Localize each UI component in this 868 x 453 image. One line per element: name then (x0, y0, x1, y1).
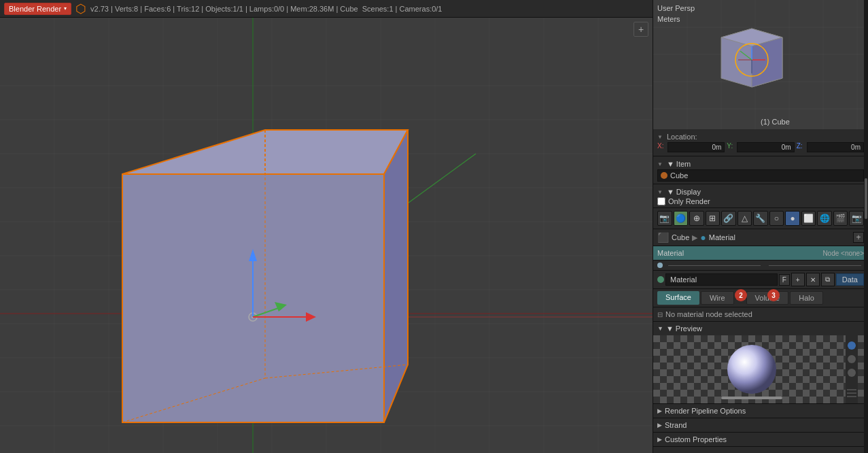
surface-tabs: Surface Wire 2 Volume 3 Halo (653, 289, 868, 307)
right-panel: (1) Cube User Persp Meters ▼ Location: X… (653, 0, 868, 453)
y-coord-value[interactable]: 0m (737, 142, 794, 152)
mini-viewport: (1) Cube User Persp Meters (653, 0, 868, 129)
only-render-checkbox[interactable] (657, 197, 665, 205)
svg-marker-55 (752, 37, 782, 87)
item-name-box[interactable]: Cube (657, 169, 864, 182)
right-scrollbar[interactable] (864, 0, 868, 453)
item-label: ▼ Item (667, 160, 691, 168)
surface-tab[interactable]: Surface (657, 291, 699, 305)
svg-rect-74 (653, 335, 659, 341)
data-icon-btn[interactable]: △ (737, 211, 752, 226)
svg-point-72 (848, 355, 856, 363)
physics-icon-btn[interactable]: ⊞ (706, 211, 721, 226)
material-sphere-btn[interactable]: ● (785, 211, 800, 226)
svg-point-73 (848, 369, 856, 377)
render-pipeline-arrow: ▶ (657, 407, 662, 414)
display-header-row: ▼ ▼ Display (657, 188, 864, 196)
item-name: Cube (670, 171, 688, 180)
material-icon-btn[interactable]: 🔵 (674, 211, 689, 226)
location-inputs: X: 0m Y: 0m Z: 0m (657, 142, 864, 152)
mini-viewport-units-label: Meters (657, 15, 680, 23)
only-render-label: Only Render (668, 197, 710, 205)
badge-3: 3 (767, 289, 780, 301)
topbar-stats: v2.73 | Verts:8 | Faces:6 | Tris:12 | Ob… (90, 5, 358, 13)
location-label-row: ▼ Location: (657, 133, 864, 141)
constraints-icon-btn[interactable]: 🔗 (721, 211, 736, 226)
svg-rect-69 (721, 397, 782, 399)
strand-section[interactable]: ▶ Strand (653, 418, 868, 433)
breadcrumb-material: Material (709, 233, 735, 241)
display-label: ▼ Display (667, 188, 701, 196)
wire-tab[interactable]: Wire (701, 291, 734, 305)
material-panel: Material Node <none> Material F + ✕ ⧉ Da… (653, 246, 868, 453)
item-color-dot (661, 172, 667, 179)
x-coord-value[interactable]: 0m (667, 142, 725, 152)
z-coord-label: Z: (797, 142, 805, 152)
cube-icon: ⬛ (657, 232, 669, 243)
texture-icon-btn[interactable]: ⬜ (801, 211, 816, 226)
strand-label: Strand (665, 421, 687, 429)
material-icon: ● (700, 232, 706, 243)
no-node-text: No material node selected (665, 310, 752, 318)
render-engine-arrow: ▾ (64, 5, 67, 12)
x-coord-label: X: (657, 142, 665, 152)
svg-text:(1) Cube: (1) Cube (761, 118, 790, 126)
material-dot (657, 263, 663, 268)
viewport-expand-btn[interactable]: + (633, 22, 648, 37)
render-pipeline-section[interactable]: ▶ Render Pipeline Options (653, 404, 868, 418)
render-icon-btn[interactable]: 📷 (849, 211, 864, 226)
preview-checkerboard (653, 335, 868, 403)
preview-area (653, 335, 868, 403)
material-sep-line-2 (769, 265, 861, 266)
custom-properties-label: Custom Properties (665, 435, 727, 443)
custom-properties-section[interactable]: ▶ Custom Properties (653, 433, 868, 447)
material-sep-line (668, 265, 761, 266)
object-icon-btn[interactable]: ○ (769, 211, 784, 226)
render-engine-select[interactable]: Blender Render ▾ (4, 3, 71, 15)
preview-header[interactable]: ▼ ▼ Preview (653, 322, 868, 335)
item-expand-arrow: ▼ (657, 161, 663, 167)
material-name-input[interactable]: Material (665, 273, 778, 286)
camera-icon-btn[interactable]: 📷 (657, 211, 672, 226)
preview-label: ▼ Preview (666, 324, 702, 333)
material-x-btn[interactable]: ✕ (806, 273, 820, 286)
item-section: ▼ ▼ Item Cube (653, 156, 868, 184)
material-color-dot (657, 276, 664, 283)
material-plus-btn[interactable]: + (791, 273, 805, 286)
scrollbar-thumb (865, 178, 867, 219)
material-separator-row (653, 261, 868, 271)
material-f-label: F (779, 274, 790, 286)
only-render-row: Only Render (657, 197, 864, 205)
no-node-message: ⊟ No material node selected (653, 307, 868, 322)
world-icon-btn[interactable]: 🌐 (817, 211, 832, 226)
material-node-label: Node <none> (822, 250, 864, 257)
strand-arrow: ▶ (657, 422, 662, 429)
main-viewport[interactable]: + (0, 18, 653, 453)
viewport-grid (0, 18, 653, 453)
material-copy-btn[interactable]: ⧉ (821, 273, 835, 286)
display-section: ▼ ▼ Display Only Render (653, 184, 868, 208)
mini-viewport-perspective-label: User Persp (657, 4, 695, 12)
preview-section: ▼ ▼ Preview (653, 322, 868, 404)
render-pipeline-label: Render Pipeline Options (665, 407, 746, 415)
custom-properties-arrow: ▶ (657, 436, 662, 443)
topbar-scene-info: Scenes:1 | Cameras:0/1 (362, 5, 442, 13)
scene-icon-btn[interactable]: 🎬 (833, 211, 848, 226)
modifiers-icon-btn[interactable]: 🔧 (753, 211, 768, 226)
material-data-btn[interactable]: Data (836, 273, 864, 286)
material-name-row: Material F + ✕ ⧉ Data (653, 271, 868, 289)
mini-viewport-svg: (1) Cube (653, 0, 868, 129)
preview-arrow: ▼ (657, 325, 663, 332)
particle-icon-btn[interactable]: ⊕ (689, 211, 704, 226)
y-coord-label: Y: (727, 142, 735, 152)
properties-area: ▼ Location: X: 0m Y: 0m Z: 0m (653, 129, 868, 156)
halo-tab[interactable]: Halo (790, 291, 823, 305)
svg-point-71 (848, 341, 856, 350)
top-bar: Blender Render ▾ ⬡ v2.73 | Verts:8 | Fac… (0, 0, 653, 18)
location-expand-arrow: ▼ (657, 134, 663, 140)
display-expand-arrow: ▼ (657, 189, 663, 195)
svg-point-68 (727, 345, 776, 394)
add-material-btn[interactable]: + (853, 232, 864, 243)
location-label: Location: (667, 133, 697, 141)
z-coord-value[interactable]: 0m (807, 142, 864, 152)
